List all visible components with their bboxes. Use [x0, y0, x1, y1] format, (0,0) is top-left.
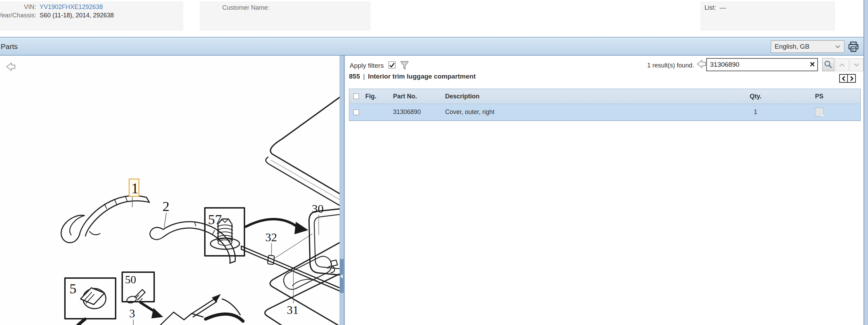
- search-back-button[interactable]: [696, 59, 707, 69]
- search-button[interactable]: [822, 58, 834, 71]
- collapse-arrow-icon: [340, 274, 343, 278]
- callout-31[interactable]: 31: [287, 303, 299, 316]
- chevron-up-icon: [838, 63, 845, 67]
- list-row: List: —: [704, 4, 726, 11]
- results-count: 1 result(s) found.: [647, 62, 694, 69]
- results-panel: Apply filters 1 result(s) found. ✕: [344, 56, 863, 325]
- section-separator: |: [363, 73, 365, 80]
- filter-button[interactable]: [400, 60, 409, 70]
- callout-32[interactable]: 32: [265, 231, 277, 244]
- parts-diagram[interactable]: 1 2 57 32 30 31 5 50 3: [0, 56, 340, 325]
- app-window: VIN:YV1902FHXE1292638 Year/Chassis:S60 (…: [0, 0, 868, 325]
- diagram-callouts: 1 2 57 32 30 31 5 50 3: [69, 179, 324, 320]
- diagram-linework: [61, 97, 340, 325]
- callout-5[interactable]: 5: [69, 281, 76, 296]
- next-match-button[interactable]: [850, 58, 863, 71]
- column-header-description[interactable]: Description: [442, 93, 733, 100]
- vehicle-info-box: VIN:YV1902FHXE1292638 Year/Chassis:S60 (…: [0, 1, 183, 31]
- previous-figure-button[interactable]: [839, 74, 848, 83]
- list-label: List:: [704, 4, 716, 11]
- callout-57[interactable]: 57: [208, 212, 222, 227]
- callout-30[interactable]: 30: [312, 202, 324, 215]
- list-info-box: List: —: [700, 1, 835, 31]
- table-row[interactable]: 31306890 Cover, outer, right 1: [349, 104, 860, 121]
- callout-3[interactable]: 3: [129, 307, 135, 320]
- section-title: 855|Interior trim luggage compartment: [349, 73, 476, 80]
- figure-pager: [839, 74, 856, 83]
- search-input[interactable]: [706, 58, 818, 71]
- collapse-handle[interactable]: [340, 259, 344, 293]
- funnel-icon: [400, 60, 409, 70]
- language-select[interactable]: English, GB: [771, 40, 844, 53]
- list-value: —: [720, 4, 726, 11]
- customer-info-box: Customer Name:: [200, 1, 370, 31]
- results-table: Fig. Part No. Description Qty. PS 313068…: [349, 89, 861, 121]
- chevron-down-icon: [853, 63, 860, 67]
- check-icon: [389, 62, 395, 68]
- next-figure-button[interactable]: [847, 74, 856, 83]
- chevron-right-icon: [849, 76, 854, 81]
- vehicle-header: VIN:YV1902FHXE1292638 Year/Chassis:S60 (…: [0, 0, 868, 37]
- customer-name-label: Customer Name:: [222, 4, 269, 11]
- section-number: 855: [349, 73, 360, 80]
- row-description: Cover, outer, right: [442, 108, 733, 116]
- vin-value[interactable]: YV1902FHXE1292638: [40, 3, 103, 10]
- column-header-ps[interactable]: PS: [778, 93, 860, 100]
- row-part-no: 31306890: [390, 108, 442, 116]
- row-ps-cell: [778, 107, 860, 117]
- vin-row: VIN:YV1902FHXE1292638: [0, 3, 103, 11]
- back-arrow-icon: [6, 62, 16, 72]
- parts-bar-title: Parts: [1, 42, 18, 51]
- select-all-checkbox[interactable]: [353, 94, 359, 99]
- clear-search-button[interactable]: ✕: [809, 60, 815, 68]
- diagram-back-button[interactable]: [6, 62, 16, 72]
- year-chassis-row: Year/Chassis:S60 (11-18), 2014, 292638: [0, 12, 114, 19]
- chevron-left-icon: [841, 76, 846, 81]
- year-chassis-value: S60 (11-18), 2014, 292638: [40, 12, 114, 19]
- column-header-fig[interactable]: Fig.: [363, 93, 390, 100]
- vin-label: VIN:: [0, 3, 36, 11]
- row-checkbox[interactable]: [353, 109, 359, 115]
- column-header-part-no[interactable]: Part No.: [390, 93, 442, 100]
- panel-divider[interactable]: [340, 56, 344, 325]
- language-select-value: English, GB: [775, 43, 835, 50]
- print-button[interactable]: [848, 41, 859, 53]
- parts-bar: Parts English, GB: [0, 37, 868, 56]
- row-select-cell: [349, 109, 363, 115]
- search-field-wrap: ✕: [706, 58, 818, 71]
- back-arrow-icon: [696, 59, 707, 69]
- diagram-panel: 1 2 57 32 30 31 5 50 3: [0, 56, 340, 325]
- magnifier-icon: [824, 60, 833, 69]
- previous-match-button[interactable]: [835, 58, 849, 71]
- callout-2[interactable]: 2: [162, 198, 169, 214]
- section-name: Interior trim luggage compartment: [368, 73, 476, 80]
- callout-50[interactable]: 50: [125, 273, 136, 286]
- column-header-qty[interactable]: Qty.: [733, 93, 778, 100]
- printer-icon: [848, 41, 859, 53]
- ps-note-icon[interactable]: [815, 107, 824, 117]
- row-qty: 1: [733, 108, 778, 116]
- select-all-cell: [349, 94, 363, 99]
- callout-1[interactable]: 1: [131, 180, 139, 196]
- apply-filters-checkbox[interactable]: [389, 62, 395, 68]
- table-header-row: Fig. Part No. Description Qty. PS: [349, 89, 860, 104]
- window-right-border: [863, 0, 868, 325]
- apply-filters-label: Apply filters: [350, 62, 384, 70]
- chevron-down-icon: [835, 44, 841, 49]
- year-chassis-label: Year/Chassis:: [0, 12, 36, 19]
- customer-name-row: Customer Name:: [222, 4, 269, 11]
